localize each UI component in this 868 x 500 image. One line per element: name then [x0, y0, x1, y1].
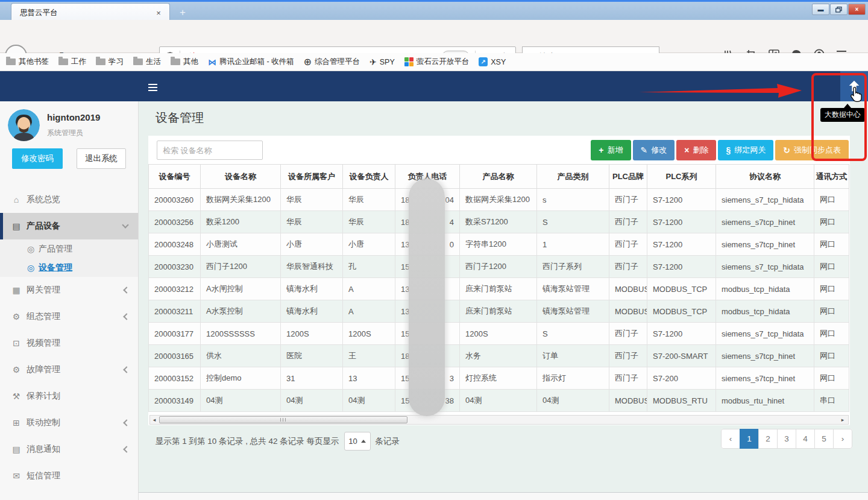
annotation-arrow	[638, 81, 809, 101]
restore-button[interactable]	[830, 4, 848, 15]
table-row[interactable]: 200003152控制demo3113153灯控系统指示灯西门子S7-200si…	[149, 367, 849, 390]
cell-no: 200003177	[149, 323, 201, 345]
page-size-select[interactable]: 10	[344, 432, 371, 451]
pagination-info-text: 显示第 1 到第 10 条记录 , 总共 42 条记录 每页显示	[156, 436, 339, 447]
table-row[interactable]: 200003165供水医院王18水务订单西门子S7-200-SMARTsieme…	[149, 345, 849, 367]
sidebar-item-device-mgmt[interactable]: ◎设备管理	[0, 258, 139, 277]
table-row[interactable]: 20000314904测04测04测153804测04测MODBUSMODBUS…	[149, 390, 849, 412]
restore-icon	[835, 7, 842, 13]
edit-button[interactable]: ✎修改	[633, 140, 675, 160]
new-tab-button[interactable]: +	[175, 5, 190, 20]
window-controls: ▬ ×	[811, 4, 866, 15]
bookmark-item[interactable]: 生活	[133, 57, 161, 67]
cell-comm: 网口	[814, 367, 849, 390]
bookmarks-bar: 其他书签工作学习生活其他⋈腾讯企业邮箱 - 收件箱⊕综合管理平台✈SPY萤石云开…	[0, 53, 868, 71]
page-button-4[interactable]: 4	[796, 429, 815, 449]
cell-name: 数据网关采集1200	[201, 189, 281, 211]
logout-button[interactable]: 退出系统	[77, 148, 126, 169]
page-next-button[interactable]: ›	[833, 429, 852, 449]
bookmark-item[interactable]: ⋈腾讯企业邮箱 - 收件箱	[208, 57, 294, 67]
sidebar-item-maintenance-plan[interactable]: ⚒保养计划	[0, 383, 139, 410]
table-row[interactable]: 200003211A水泵控制镇海水利A13庶来门前泵站镇海泵站管理MODBUSM…	[149, 300, 849, 323]
column-header: 设备编号	[149, 165, 201, 189]
cell-product: 水务	[460, 345, 537, 367]
bookmark-item[interactable]: ↗XSY	[479, 57, 506, 66]
bookmark-item[interactable]: 工作	[58, 57, 86, 67]
scroll-left-icon[interactable]: ◂	[150, 417, 159, 423]
add-button[interactable]: +新增	[591, 140, 631, 160]
wrench-icon: ⚒	[11, 391, 22, 401]
sidebar-item-label: 产品设备	[27, 221, 60, 232]
bookmark-item[interactable]: 萤石云开放平台	[404, 57, 470, 67]
page-button-1[interactable]: 1	[740, 429, 759, 449]
page-button-2[interactable]: 2	[758, 429, 778, 449]
cell-customer: 华辰	[281, 211, 343, 233]
cell-plc_brand: 西门子	[609, 345, 647, 367]
minimize-button[interactable]: ▬	[812, 4, 829, 15]
bookmark-label: 其他书签	[19, 57, 49, 67]
screen: 思普云平台 × + ▬ × ← → ↻ ⌂ iot.	[0, 0, 868, 500]
cell-product: 庶来门前泵站	[460, 300, 537, 323]
table-row[interactable]: 2000031771200SSSSSS1200S1200S151200SS西门子…	[149, 323, 849, 345]
scroll-right-icon[interactable]: ▸	[838, 417, 847, 423]
globe-icon: ⊕	[304, 57, 312, 67]
sidebar-item-message-notify[interactable]: ▤消息通知	[0, 436, 139, 463]
sidebar-item-video-mgmt[interactable]: ⊡视频管理	[0, 330, 139, 356]
cell-customer: 华辰智通科技	[281, 256, 343, 278]
cell-product: 04测	[460, 390, 537, 412]
browser-tab[interactable]: 思普云平台 ×	[11, 3, 170, 22]
button-label: 新增	[608, 145, 623, 156]
delete-button[interactable]: ×删除	[676, 140, 716, 160]
cell-owner: 王	[343, 345, 395, 367]
bookmark-item[interactable]: 其他书签	[6, 57, 49, 67]
bookmark-item[interactable]: ⊕综合管理平台	[304, 57, 360, 67]
table-row[interactable]: 200003248小唐测试小唐小唐130字符串12001西门子S7-1200si…	[149, 233, 849, 256]
cell-product: 1200S	[460, 323, 537, 345]
table-row[interactable]: 200003212A水闸控制镇海水利A13庶来门前泵站镇海泵站管理MODBUSM…	[149, 278, 849, 300]
bind-gateway-button[interactable]: §绑定网关	[718, 140, 773, 160]
sidebar-item-product-device[interactable]: ▤产品设备	[0, 213, 139, 239]
sidebar-item-sms-mgmt[interactable]: ✉短信管理	[0, 463, 139, 489]
bookmark-item[interactable]: 学习	[96, 57, 124, 67]
bookmark-item[interactable]: ✈SPY	[370, 58, 395, 66]
chevron-left-icon	[123, 446, 130, 452]
page-button-5[interactable]: 5	[814, 429, 834, 449]
bookmark-item[interactable]: 其他	[171, 57, 198, 67]
sidebar-item-label: 短信管理	[27, 470, 60, 481]
cell-protocol: siemens_s7_tcp_hidata	[716, 256, 814, 278]
avatar[interactable]	[8, 109, 40, 141]
table-row[interactable]: 200003230西门子1200华辰智通科技孔15西门子1200西门子系列西门子…	[149, 256, 849, 278]
change-password-button[interactable]: 修改密码	[12, 148, 63, 169]
cell-product: 庶来门前泵站	[460, 278, 537, 300]
chevron-down-icon	[122, 221, 128, 228]
sidebar-item-product-mgmt[interactable]: ◎产品管理	[0, 239, 139, 258]
phone-suffix: 3	[450, 374, 454, 383]
plane-icon: ✈	[370, 58, 377, 66]
cell-plc_series: S7-200-SMART	[647, 345, 716, 367]
table-row[interactable]: 200003260数据网关采集1200华辰华辰1804数据网关采集1200s西门…	[149, 189, 849, 211]
bookmark-label: 综合管理平台	[315, 57, 360, 67]
close-button[interactable]: ×	[848, 4, 866, 15]
scrollbar-thumb[interactable]	[159, 416, 407, 423]
sidebar-item-linkage-control[interactable]: ⊞联动控制	[0, 410, 139, 436]
cell-protocol: siemens_s7tcp_hinet	[716, 367, 814, 390]
folder-icon	[6, 59, 16, 65]
bookmark-label: 学习	[108, 57, 124, 67]
table-row[interactable]: 200003256数采1200华辰华辰184数采S71200S西门子S7-120…	[149, 211, 849, 233]
sidebar-item-gateway-mgmt[interactable]: ▦网关管理	[0, 277, 139, 303]
device-search-input[interactable]	[157, 141, 263, 160]
home-icon: ⌂	[11, 195, 22, 204]
sidebar-item-scada-mgmt[interactable]: ⚙组态管理	[0, 303, 139, 330]
table-card: +新增✎修改×删除§绑定网关↻强制同步点表 设备编号设备名称设备所属客户设备负责…	[148, 136, 850, 425]
column-header: PLC品牌	[609, 165, 647, 189]
sidebar-item-system-overview[interactable]: ⌂系统总览	[0, 186, 139, 213]
pagination-info-suffix: 条记录	[376, 436, 400, 447]
horizontal-scrollbar[interactable]: ◂ ▸	[149, 415, 849, 425]
sidebar-item-fault-mgmt[interactable]: ⚙故障管理	[0, 356, 139, 383]
cell-no: 200003248	[149, 233, 201, 256]
cell-protocol: siemens_s7tcp_hinet	[716, 211, 814, 233]
page-prev-button[interactable]: ‹	[721, 429, 740, 449]
tab-close-icon[interactable]: ×	[154, 8, 163, 17]
sidebar-toggle-icon[interactable]	[148, 82, 157, 93]
page-button-3[interactable]: 3	[777, 429, 796, 449]
